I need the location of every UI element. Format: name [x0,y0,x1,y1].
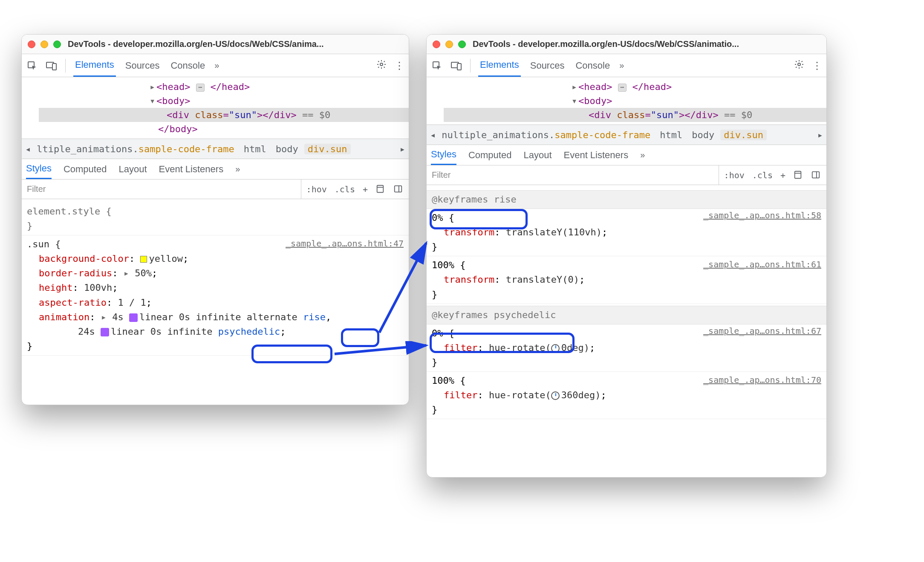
tabs-overflow-icon[interactable]: » [214,61,219,70]
easing-swatch-icon[interactable] [129,313,138,322]
crumb-html[interactable]: html [656,130,686,140]
hov-button[interactable]: :hov [724,170,745,180]
new-rule-button[interactable]: + [363,184,368,194]
tab-elements[interactable]: Elements [73,54,116,77]
ellipsis-icon[interactable]: ⋯ [618,84,627,92]
rule-element-style[interactable]: element.style { } [22,203,409,235]
dom-selected-node[interactable]: <div class="sun"></div> == $0 [39,108,409,122]
keyframes-link-psychedelic[interactable]: psychedelic [218,326,280,337]
computed-sidebar-icon[interactable] [811,170,821,180]
angle-swatch-icon[interactable] [551,344,560,353]
rule-source-link[interactable]: _sample_.ap…ons.html:61 [703,258,821,271]
tab-console[interactable]: Console [574,54,612,77]
subtab-layout[interactable]: Layout [118,159,147,179]
keyframes-rise-header: @keyframes rise [427,190,826,209]
inspect-icon[interactable] [26,60,38,72]
subtab-styles[interactable]: Styles [26,159,52,179]
cls-button[interactable]: .cls [335,184,355,194]
tab-console[interactable]: Console [169,54,207,77]
crumb-body[interactable]: body [688,130,718,140]
kebab-icon[interactable]: ⋮ [394,60,404,72]
dom-tree[interactable]: ▸<head> ⋯ </head> ▾<body> <div class="su… [22,77,409,139]
keyframes-rise-100[interactable]: _sample_.ap…ons.html:61 100% { transform… [427,256,826,304]
dom-head-open[interactable]: <head> [156,81,190,92]
window-title: DevTools - developer.mozilla.org/en-US/d… [68,39,324,49]
breadcrumb[interactable]: ◂ nultiple_animations.sample-code-frame … [427,125,826,145]
ellipsis-icon[interactable]: ⋯ [196,84,205,92]
breadcrumb[interactable]: ◂ ltiple_animations.sample-code-frame ht… [22,139,409,159]
angle-swatch-icon[interactable] [551,391,560,400]
keyframes-rise[interactable]: @keyframes rise _sample_.ap…ons.html:58 … [427,188,826,256]
tab-sources[interactable]: Sources [528,54,566,77]
minimize-icon[interactable] [40,41,48,48]
rule-source-link[interactable]: _sample_.ap…ons.html:67 [703,324,821,338]
tabs-overflow-icon[interactable]: » [619,61,624,70]
dom-selected-node[interactable]: <div class="sun"></div> == $0 [444,108,826,122]
easing-swatch-icon[interactable] [101,328,109,336]
svg-point-3 [380,63,383,66]
traffic-lights [28,41,61,48]
styles-filter-row: Filter :hov .cls + [22,180,409,199]
dom-head-close: </head> [210,81,250,92]
crumb-divsun[interactable]: div.sun [304,144,351,154]
kebab-icon[interactable]: ⋮ [812,60,822,72]
hov-button[interactable]: :hov [306,184,327,194]
subtab-computed[interactable]: Computed [468,145,512,165]
crumb-frame[interactable]: ltiple_animations.sample-code-frame [33,144,238,154]
subtabs-overflow-icon[interactable]: » [235,164,240,174]
gear-icon[interactable] [376,59,387,72]
dom-body-open[interactable]: <body> [578,96,612,106]
color-swatch-icon[interactable] [140,256,147,263]
keyframes-psychedelic[interactable]: @keyframes psychedelic _sample_.ap…ons.h… [427,304,826,372]
dom-body-close: </body> [158,124,198,134]
subtab-styles[interactable]: Styles [431,145,456,165]
minimize-icon[interactable] [445,41,453,48]
device-toggle-icon[interactable] [450,60,462,72]
crumb-html[interactable]: html [240,144,270,154]
crumb-frame[interactable]: nultiple_animations.sample-code-frame [438,130,654,140]
close-icon[interactable] [28,41,35,48]
keyframes-link-rise[interactable]: rise [303,312,326,322]
device-toggle-icon[interactable] [46,60,58,72]
svg-rect-4 [377,185,384,192]
resource-icon[interactable] [375,184,386,194]
rule-source-link[interactable]: _sample_.ap…ons.html:70 [703,374,821,387]
panel-tabbar: Elements Sources Console » ⋮ [427,54,826,77]
cls-button[interactable]: .cls [752,170,773,180]
close-icon[interactable] [433,41,440,48]
resource-icon[interactable] [793,170,803,180]
crumb-scroll-right-icon[interactable]: ▸ [817,130,823,140]
dom-head-open[interactable]: <head> [578,81,612,92]
computed-sidebar-icon[interactable] [393,184,404,194]
subtab-eventlisteners[interactable]: Event Listeners [159,159,224,179]
subtabs-overflow-icon[interactable]: » [640,150,645,160]
keyframes-psychedelic-100[interactable]: _sample_.ap…ons.html:70 100% { filter: h… [427,372,826,419]
rule-source-link[interactable]: _sample_.ap…ons.html:47 [286,237,404,250]
zoom-icon[interactable] [53,41,61,48]
rule-sun[interactable]: _sample_.ap…ons.html:47 .sun { backgroun… [22,235,409,356]
crumb-scroll-left-icon[interactable]: ◂ [25,144,31,154]
styles-filter-input[interactable]: Filter [427,170,719,180]
svg-rect-8 [457,64,461,70]
window-title: DevTools - developer.mozilla.org/en-US/d… [473,39,739,49]
subtab-computed[interactable]: Computed [64,159,107,179]
zoom-icon[interactable] [458,41,466,48]
gear-icon[interactable] [794,59,804,72]
dom-body-open[interactable]: <body> [156,96,190,106]
svg-rect-10 [795,171,801,178]
styles-rules: element.style { } _sample_.ap…ons.html:4… [22,199,409,359]
subtab-layout[interactable]: Layout [523,145,552,165]
crumb-body[interactable]: body [272,144,302,154]
tab-sources[interactable]: Sources [124,54,162,77]
new-rule-button[interactable]: + [780,170,785,180]
tab-elements[interactable]: Elements [478,54,521,77]
subtab-eventlisteners[interactable]: Event Listeners [564,145,629,165]
rule-source-link[interactable]: _sample_.ap…ons.html:58 [703,209,821,222]
inspect-icon[interactable] [431,60,443,72]
crumb-scroll-right-icon[interactable]: ▸ [400,144,405,154]
traffic-lights [433,41,466,48]
dom-tree[interactable]: ▸<head> ⋯ </head> ▾<body> <div class="su… [427,77,826,125]
crumb-scroll-left-icon[interactable]: ◂ [430,130,436,140]
styles-filter-input[interactable]: Filter [22,184,301,194]
crumb-divsun[interactable]: div.sun [720,130,767,140]
